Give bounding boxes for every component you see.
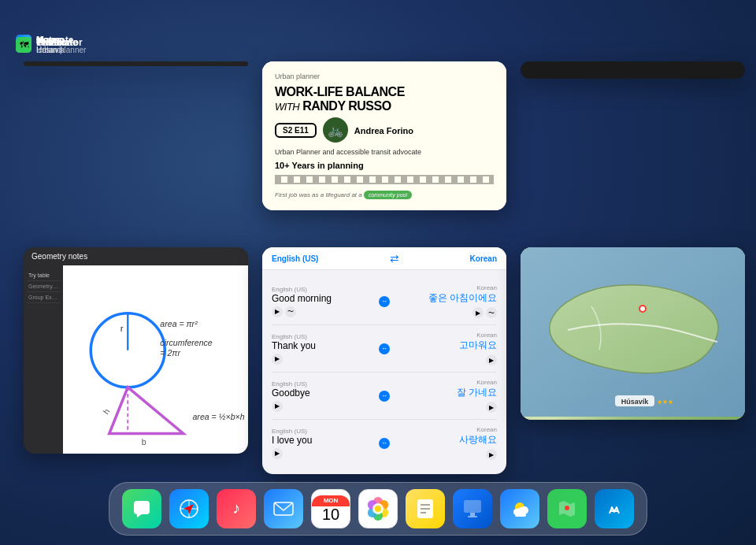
photos-dock-icon (364, 495, 392, 523)
map-background: Húsavík ★★★ (521, 247, 745, 420)
dock-weather-icon[interactable] (500, 489, 539, 528)
play-icon: ▶ (272, 448, 283, 459)
maps-app-subtitle: Húsavík (36, 46, 65, 55)
maps-label-text: Maps Húsavík (36, 35, 65, 55)
notes-years: 10+ Years in planning (275, 161, 494, 170)
calc-sidebar: Try table Geometry notes Group Expenses (24, 265, 63, 454)
maps-content: Húsavík ★★★ (521, 247, 745, 420)
maps-dock-icon (556, 498, 578, 520)
notes-footer: First job was as a lifeguard at a commun… (275, 187, 494, 199)
calc-sidebar-item: Try table (27, 270, 60, 281)
dock-calendar[interactable]: MON 10 (311, 489, 350, 528)
translate-row-4: English (US) I love you ▶ ↔ Korean 사랑해요 … (272, 420, 497, 466)
svg-text:area = πr²: area = πr² (160, 319, 198, 328)
notes-avatar: 🚲 (323, 117, 348, 143)
play-icon: ▶ (486, 449, 497, 460)
translate-swap-icon: ⇄ (390, 252, 399, 265)
translate-row2-src-lang: English (US) (272, 333, 372, 340)
notes-headline-name: RANDY RUSSO (302, 99, 391, 113)
notes-episode-badge: S2 E11 (275, 123, 317, 138)
keynote-card-wrapper[interactable]: 📊 Keynote Iceland (521, 39, 745, 211)
dock-messages[interactable] (122, 489, 161, 528)
translate-row-2: English (US) Thank you ▶ ↔ Korean 고마워요 ▶ (272, 325, 497, 373)
svg-point-31 (375, 506, 381, 512)
svg-rect-37 (470, 513, 475, 516)
dock-mail[interactable] (264, 489, 303, 528)
calc-sidebar-item: Group Expenses (27, 292, 60, 303)
calculator-card[interactable]: Geometry notes Try table Geometry notes … (24, 247, 248, 454)
maps-card-wrapper[interactable]: 🗺 Maps Húsavík (521, 225, 745, 474)
photos-card-wrapper[interactable]: 📷 Photos (24, 39, 248, 211)
translate-row4-src-lang: English (US) (272, 428, 372, 435)
play-icon: ▶ (272, 401, 283, 412)
notes-card-wrapper[interactable]: 📓 Notes Urban planner Urban planner WORK… (262, 39, 506, 211)
dock: ♪ MON 10 (109, 482, 647, 536)
svg-text:Húsavík: Húsavík (621, 398, 650, 406)
translate-row3-src-lang: English (US) (272, 380, 372, 387)
translate-row4-tgt-lang: Korean (396, 426, 497, 433)
calculator-card-wrapper[interactable]: 🔢 Calculator Geometry notes Try table Ge… (24, 225, 248, 474)
dock-keynote-icon[interactable] (453, 489, 492, 528)
svg-marker-21 (183, 502, 196, 514)
translate-card-wrapper[interactable]: 🌐 Translate English (US) ⇄ Korean Englis… (262, 225, 506, 474)
notes-with-text: with (275, 101, 299, 113)
translate-header: English (US) ⇄ Korean (262, 247, 506, 270)
dock-photos-icon[interactable] (358, 489, 398, 528)
translate-row2-target: 고마워요 (396, 339, 497, 352)
translate-row3-target: 잘 가네요 (396, 386, 497, 399)
keynote-slides-grid (521, 61, 745, 79)
play-icon: ▶ (472, 307, 484, 318)
notes-guest-name: Andrea Forino (354, 126, 413, 136)
calc-sidebar-item: Geometry notes (27, 281, 60, 292)
translate-row2-source: Thank you (272, 340, 372, 351)
svg-text:circumference: circumference (160, 338, 212, 347)
mail-icon (272, 498, 295, 520)
translate-row2-tgt-lang: Korean (396, 332, 497, 339)
translate-target-lang: Korean (470, 254, 497, 263)
app-switcher: 📷 Photos (16, 32, 740, 482)
translate-row-1: English (US) Good morning ▶ 〜 ↔ Korean 좋… (272, 278, 497, 325)
notes-card[interactable]: Urban planner WORK-LIFE BALANCE with RAN… (262, 61, 506, 210)
calc-main: Try table Geometry notes Group Expenses … (24, 265, 248, 454)
svg-rect-38 (468, 516, 477, 517)
calc-drawing: r area = πr² circumference = 2πr h b (63, 265, 248, 454)
safari-icon (178, 498, 200, 520)
play-icon: ▶ (486, 354, 497, 365)
maps-icon: 🗺 (16, 37, 32, 53)
dock-safari[interactable] (169, 489, 209, 528)
dock-music[interactable]: ♪ (217, 489, 256, 528)
translate-row3-tgt-lang: Korean (396, 379, 497, 386)
dock-notes-icon[interactable] (406, 489, 445, 528)
keynote-card[interactable] (521, 61, 745, 79)
calc-header: Geometry notes (24, 247, 248, 265)
photos-card[interactable] (24, 61, 248, 66)
photos-grid (24, 61, 248, 66)
geometry-svg: r area = πr² circumference = 2πr h b (63, 265, 248, 454)
svg-text:★★★: ★★★ (657, 399, 673, 406)
translate-card[interactable]: English (US) ⇄ Korean English (US) Good … (262, 247, 506, 474)
svg-text:♪: ♪ (232, 499, 240, 517)
translate-dot-4: ↔ (379, 438, 390, 449)
play-icon: ▶ (272, 306, 283, 317)
svg-marker-6 (109, 387, 183, 434)
weather-dock-icon (509, 498, 531, 520)
dock-appstore-icon[interactable] (595, 489, 634, 528)
messages-icon (131, 498, 153, 520)
notes-community-tag: community pool (364, 191, 412, 199)
notes-road-decoration (275, 175, 494, 184)
translate-row1-target: 좋은 아침이에요 (396, 291, 497, 305)
waveform-icon: 〜 (486, 307, 497, 318)
play-icon: ▶ (272, 354, 283, 365)
notes-description: Urban Planner and accessible transit adv… (275, 147, 494, 158)
translate-row1-src-lang: English (US) (272, 286, 372, 293)
music-icon: ♪ (225, 498, 247, 520)
translate-dot-1: ↔ (379, 296, 390, 307)
svg-text:h: h (101, 406, 111, 416)
svg-rect-43 (515, 513, 526, 517)
translate-rows: English (US) Good morning ▶ 〜 ↔ Korean 좋… (262, 270, 506, 474)
notes-headline: WORK-LIFE BALANCE with RANDY RUSSO (275, 85, 494, 113)
svg-text:area = ½×b×h: area = ½×b×h (193, 412, 245, 421)
dock-maps-icon[interactable] (547, 489, 587, 528)
maps-card[interactable]: Húsavík ★★★ (521, 247, 745, 420)
play-icon: ▶ (486, 402, 497, 413)
